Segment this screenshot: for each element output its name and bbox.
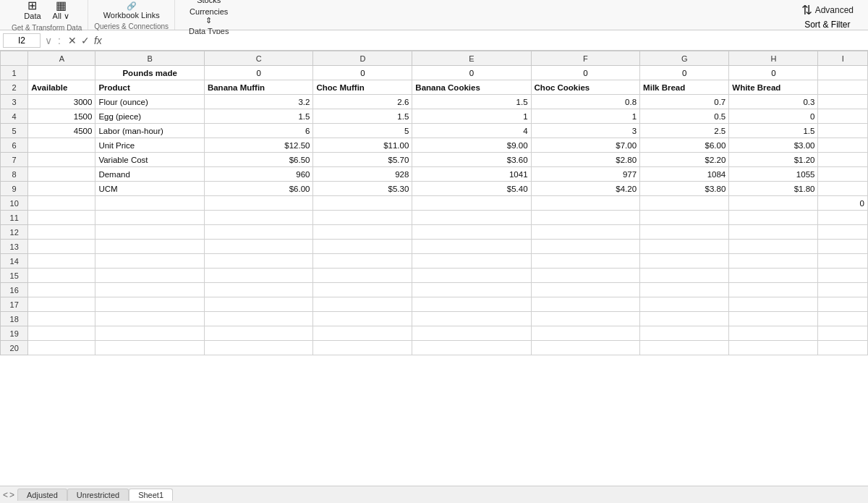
spreadsheet-cell[interactable] bbox=[818, 297, 868, 312]
spreadsheet-cell[interactable] bbox=[729, 312, 818, 326]
spreadsheet-cell[interactable] bbox=[412, 297, 531, 312]
col-header-G[interactable]: G bbox=[640, 51, 729, 66]
spreadsheet-cell[interactable]: 4 bbox=[412, 124, 531, 138]
spreadsheet-cell[interactable] bbox=[28, 269, 95, 283]
spreadsheet-cell[interactable]: $7.00 bbox=[531, 138, 640, 153]
spreadsheet-cell[interactable] bbox=[95, 196, 205, 211]
spreadsheet-cell[interactable]: $5.70 bbox=[313, 153, 412, 167]
spreadsheet-cell[interactable] bbox=[204, 341, 313, 355]
spreadsheet-cell[interactable]: $2.80 bbox=[531, 153, 640, 167]
spreadsheet-cell[interactable]: 0 bbox=[531, 66, 640, 80]
spreadsheet-cell[interactable]: 1500 bbox=[28, 109, 95, 124]
spreadsheet-cell[interactable]: $6.00 bbox=[204, 182, 313, 196]
spreadsheet-cell[interactable]: 0 bbox=[818, 196, 868, 211]
spreadsheet-cell[interactable] bbox=[729, 297, 818, 312]
spreadsheet-cell[interactable] bbox=[95, 225, 205, 240]
spreadsheet-cell[interactable]: $6.00 bbox=[640, 138, 729, 153]
spreadsheet-cell[interactable]: 1.5 bbox=[412, 95, 531, 109]
tab-nav-left[interactable]: < bbox=[3, 490, 8, 500]
spreadsheet-cell[interactable] bbox=[204, 326, 313, 341]
col-header-D[interactable]: D bbox=[313, 51, 412, 66]
spreadsheet-cell[interactable] bbox=[204, 211, 313, 225]
spreadsheet-cell[interactable]: 0 bbox=[204, 66, 313, 80]
spreadsheet-cell[interactable] bbox=[412, 196, 531, 211]
spreadsheet-cell[interactable] bbox=[412, 225, 531, 240]
spreadsheet-cell[interactable] bbox=[95, 326, 205, 341]
spreadsheet-cell[interactable] bbox=[729, 341, 818, 355]
spreadsheet-cell[interactable] bbox=[640, 225, 729, 240]
spreadsheet-cell[interactable] bbox=[28, 196, 95, 211]
advanced-btn[interactable]: ⇅ Advanced bbox=[799, 1, 856, 20]
spreadsheet-cell[interactable] bbox=[28, 341, 95, 355]
spreadsheet-cell[interactable] bbox=[28, 138, 95, 153]
spreadsheet-cell[interactable]: UCM bbox=[95, 182, 205, 196]
spreadsheet-cell[interactable] bbox=[729, 240, 818, 254]
spreadsheet-cell[interactable]: 0.8 bbox=[531, 95, 640, 109]
spreadsheet-cell[interactable] bbox=[28, 167, 95, 182]
spreadsheet-cell[interactable] bbox=[204, 297, 313, 312]
spreadsheet-cell[interactable] bbox=[313, 225, 412, 240]
spreadsheet-cell[interactable] bbox=[95, 269, 205, 283]
sheet-tab-sheet1[interactable]: Sheet1 bbox=[129, 489, 173, 501]
spreadsheet-cell[interactable] bbox=[95, 297, 205, 312]
spreadsheet-cell[interactable] bbox=[28, 326, 95, 341]
spreadsheet-cell[interactable]: 928 bbox=[313, 167, 412, 182]
spreadsheet-cell[interactable]: White Bread bbox=[729, 80, 818, 95]
spreadsheet-cell[interactable] bbox=[818, 109, 868, 124]
spreadsheet-cell[interactable] bbox=[729, 196, 818, 211]
spreadsheet-cell[interactable] bbox=[28, 66, 95, 80]
spreadsheet-cell[interactable] bbox=[412, 211, 531, 225]
spreadsheet-cell[interactable] bbox=[28, 283, 95, 297]
spreadsheet-cell[interactable]: $4.20 bbox=[531, 182, 640, 196]
spreadsheet-cell[interactable] bbox=[818, 211, 868, 225]
spreadsheet-cell[interactable] bbox=[729, 269, 818, 283]
spreadsheet-cell[interactable] bbox=[28, 240, 95, 254]
col-header-H[interactable]: H bbox=[729, 51, 818, 66]
spreadsheet-cell[interactable] bbox=[729, 225, 818, 240]
spreadsheet-cell[interactable] bbox=[818, 153, 868, 167]
spreadsheet-cell[interactable]: 2.5 bbox=[640, 124, 729, 138]
spreadsheet-cell[interactable] bbox=[95, 254, 205, 269]
spreadsheet-cell[interactable] bbox=[818, 312, 868, 326]
formula-input[interactable] bbox=[108, 34, 865, 47]
spreadsheet-cell[interactable]: $2.20 bbox=[640, 153, 729, 167]
spreadsheet-cell[interactable] bbox=[531, 196, 640, 211]
spreadsheet-cell[interactable] bbox=[818, 66, 868, 80]
cell-reference-input[interactable] bbox=[3, 33, 41, 48]
spreadsheet-cell[interactable]: Banana Muffin bbox=[204, 80, 313, 95]
insert-function-icon[interactable]: fx bbox=[94, 35, 102, 46]
spreadsheet-cell[interactable]: 4500 bbox=[28, 124, 95, 138]
spreadsheet-cell[interactable]: 0 bbox=[412, 66, 531, 80]
spreadsheet-cell[interactable]: $6.50 bbox=[204, 153, 313, 167]
table-icon-btn[interactable]: ▦ All ∨ bbox=[50, 0, 72, 22]
stocks-btn[interactable]: Stocks bbox=[187, 0, 231, 6]
spreadsheet-cell[interactable] bbox=[818, 254, 868, 269]
spreadsheet-cell[interactable]: 3.2 bbox=[204, 95, 313, 109]
col-header-A[interactable]: A bbox=[28, 51, 95, 66]
spreadsheet-cell[interactable] bbox=[818, 326, 868, 341]
spreadsheet-cell[interactable] bbox=[204, 254, 313, 269]
spreadsheet-cell[interactable]: $11.00 bbox=[313, 138, 412, 153]
spreadsheet-cell[interactable] bbox=[313, 283, 412, 297]
spreadsheet-cell[interactable]: Variable Cost bbox=[95, 153, 205, 167]
spreadsheet-cell[interactable]: 960 bbox=[204, 167, 313, 182]
spreadsheet-cell[interactable] bbox=[640, 326, 729, 341]
spreadsheet-cell[interactable]: 977 bbox=[531, 167, 640, 182]
spreadsheet-cell[interactable] bbox=[729, 211, 818, 225]
spreadsheet-cell[interactable] bbox=[204, 225, 313, 240]
spreadsheet-cell[interactable]: $5.40 bbox=[412, 182, 531, 196]
spreadsheet-cell[interactable] bbox=[640, 269, 729, 283]
spreadsheet-cell[interactable]: 1 bbox=[412, 109, 531, 124]
spreadsheet-cell[interactable] bbox=[640, 240, 729, 254]
spreadsheet-cell[interactable] bbox=[28, 225, 95, 240]
spreadsheet-cell[interactable] bbox=[818, 283, 868, 297]
spreadsheet-cell[interactable] bbox=[412, 283, 531, 297]
spreadsheet-cell[interactable]: $3.00 bbox=[729, 138, 818, 153]
spreadsheet-cell[interactable] bbox=[95, 211, 205, 225]
spreadsheet-cell[interactable] bbox=[640, 254, 729, 269]
spreadsheet-cell[interactable]: 1041 bbox=[412, 167, 531, 182]
spreadsheet-cell[interactable]: Flour (ounce) bbox=[95, 95, 205, 109]
spreadsheet-cell[interactable] bbox=[412, 240, 531, 254]
spreadsheet-cell[interactable] bbox=[818, 341, 868, 355]
spreadsheet-cell[interactable] bbox=[313, 196, 412, 211]
